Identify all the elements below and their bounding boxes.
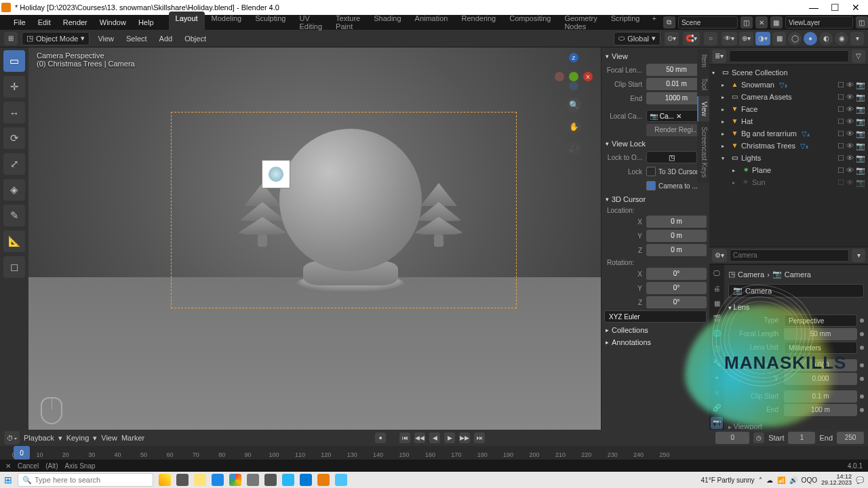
ptab-constraint[interactable]: 🔗 [711, 402, 723, 414]
pan-icon[interactable]: ✋ [566, 119, 581, 134]
viewlayer-name-field[interactable]: ViewLayer [785, 16, 853, 28]
outliner-type-icon[interactable]: ≣▾ [712, 49, 726, 63]
vis-icon[interactable]: 👁▾ [722, 32, 737, 45]
weather-widget[interactable]: 41°F Partly sunny [701, 476, 755, 484]
ptab-data-camera[interactable]: 📷 [711, 417, 723, 429]
orientation-selector[interactable]: ⬭Global▾ [614, 32, 660, 45]
tool-cursor[interactable]: ✛ [3, 76, 25, 98]
outliner-search[interactable] [729, 50, 849, 62]
jump-end-icon[interactable]: ⏭ [474, 432, 485, 443]
ptab-render[interactable]: 🖵 [711, 268, 723, 280]
play-icon[interactable]: ▶ [444, 432, 455, 443]
cursor-rot-z[interactable]: 0° [646, 296, 707, 308]
tray-lang[interactable]: OQO [802, 476, 817, 484]
tl-playback[interactable]: Playback [24, 434, 54, 442]
outliner-item-bg[interactable]: ▸▼Bg and terarrium▽₄☐👁📷 [709, 127, 868, 140]
cam-clipstart-field[interactable]: 0.1 m [784, 390, 857, 403]
tl-keying[interactable]: Keying [66, 434, 90, 442]
taskbar-search[interactable]: 🔍 Type here to search [18, 473, 153, 487]
lens-type-select[interactable]: Perspective [784, 314, 857, 327]
outliner-filter-icon[interactable]: ▽ [852, 49, 865, 63]
ws-tab-rendering[interactable]: Rendering [454, 12, 502, 33]
focal-length-field[interactable]: 50 mm [784, 328, 857, 340]
shading-matprev-icon[interactable]: ◐ [819, 32, 833, 45]
edge-icon[interactable] [212, 474, 224, 486]
lens-unit-select[interactable]: Millimeters [784, 342, 857, 354]
properties-type-icon[interactable]: ⚙▾ [712, 249, 727, 262]
notifications-icon[interactable]: 💬 [856, 476, 864, 484]
mail-icon[interactable] [300, 474, 312, 486]
hdr-select[interactable]: Select [122, 33, 151, 45]
tool-measure[interactable]: 📐 [3, 230, 25, 252]
ptab-output[interactable]: 🖨 [711, 283, 723, 295]
datablock-field[interactable]: 📷 Camera [728, 284, 864, 298]
tool-annotate[interactable]: ✎ [3, 205, 25, 226]
keyframe-next-icon[interactable]: ▶▶ [459, 432, 470, 443]
np-annotations-header[interactable]: Annotations [604, 336, 707, 348]
scene-name-field[interactable]: Scene [678, 16, 738, 28]
editor-type-icon[interactable]: ⊞ [4, 32, 18, 45]
zoom-icon[interactable]: 🔍 [566, 98, 581, 113]
np-view-header[interactable]: View [604, 50, 707, 62]
playhead[interactable]: 0 [14, 446, 30, 460]
np-3dcursor-header[interactable]: 3D Cursor [604, 193, 707, 205]
viewlayer-new-icon[interactable]: ◫ [856, 16, 868, 28]
ws-tab-animation[interactable]: Animation [408, 12, 455, 33]
tray-wifi-icon[interactable]: 📶 [777, 476, 785, 484]
timeline-type-icon[interactable]: ⏱▾ [4, 431, 20, 445]
camera-view-icon[interactable]: 🎥 [566, 141, 581, 156]
axis-neg-z[interactable] [569, 81, 578, 91]
cursor-loc-z[interactable]: 0 m [646, 244, 707, 256]
np-viewlock-header[interactable]: View Lock [604, 138, 707, 150]
gizmo-icon[interactable]: ⊕▾ [739, 32, 753, 45]
current-frame-field[interactable]: 0 [715, 432, 749, 444]
shading-solid-icon[interactable]: ● [804, 32, 817, 45]
tool-select-box[interactable]: ▭ [3, 50, 25, 72]
hdr-object[interactable]: Object [180, 33, 210, 45]
tool-addcube[interactable]: ◻ [3, 256, 25, 278]
axis-neg-x[interactable] [555, 72, 564, 81]
maximize-button[interactable]: ☐ [831, 2, 840, 13]
shading-rendered-icon[interactable]: ◉ [835, 32, 848, 45]
cam-clipend-field[interactable]: 100 m [784, 404, 857, 416]
jump-start-icon[interactable]: ⏮ [399, 432, 410, 443]
tray-cloud-icon[interactable]: ☁ [766, 476, 773, 484]
axis-y[interactable] [569, 72, 578, 81]
ptab-modifier[interactable]: 🔧 [711, 357, 723, 369]
end-frame-field[interactable]: 250 [837, 432, 864, 444]
np-collections-header[interactable]: Collections [604, 324, 707, 336]
outliner-root[interactable]: ▾▭Scene Collection [709, 66, 868, 79]
menu-help[interactable]: Help [133, 16, 159, 28]
ws-tab-geonodes[interactable]: Geometry Nodes [557, 12, 604, 33]
tray-volume-icon[interactable]: 🔊 [789, 476, 797, 484]
scene-new-icon[interactable]: ◫ [741, 16, 753, 28]
tl-view[interactable]: View [101, 434, 117, 442]
tool-rotate[interactable]: ⟳ [3, 127, 25, 149]
explorer-icon[interactable] [194, 474, 206, 486]
mode-selector[interactable]: ◳Object Mode▾ [22, 32, 90, 45]
properties-search[interactable] [730, 249, 849, 262]
ws-tab-modeling[interactable]: Modeling [205, 12, 249, 33]
close-button[interactable]: ✕ [852, 2, 860, 13]
cursor-rot-y[interactable]: 0° [646, 282, 707, 294]
np-lockobj-field[interactable]: ◳ [646, 151, 697, 163]
ws-tab-sculpting[interactable]: Sculpting [248, 12, 292, 33]
task-icon-1[interactable] [159, 474, 171, 486]
outliner-item-trees[interactable]: ▸▼Christmas Trees▽₃☐👁📷 [709, 140, 868, 152]
restrict-select-icon[interactable]: ☐ [837, 81, 844, 89]
axis-gizmo[interactable]: Z X [555, 53, 593, 91]
pivot-icon[interactable]: ⊙▾ [665, 32, 679, 45]
ntab-item[interactable]: Item [697, 49, 709, 73]
timeline-track[interactable]: 0 01020304050607080901001101201301401501… [0, 446, 868, 460]
hdr-view[interactable]: View [94, 33, 118, 45]
menu-edit[interactable]: Edit [33, 16, 56, 28]
keyframe-prev-icon[interactable]: ◀◀ [414, 432, 425, 443]
taskview-icon[interactable] [176, 474, 189, 486]
ws-tab-uv[interactable]: UV Editing [292, 12, 329, 33]
menu-file[interactable]: File [8, 16, 31, 28]
ptab-object[interactable]: ◳ [711, 342, 723, 354]
start-frame-field[interactable]: 1 [788, 432, 815, 444]
ptab-particle[interactable]: ✦ [711, 372, 723, 384]
axis-z[interactable]: Z [569, 53, 578, 62]
viewport-3d[interactable]: Options ▾ Camera Perspective (0) Christm… [28, 47, 601, 443]
